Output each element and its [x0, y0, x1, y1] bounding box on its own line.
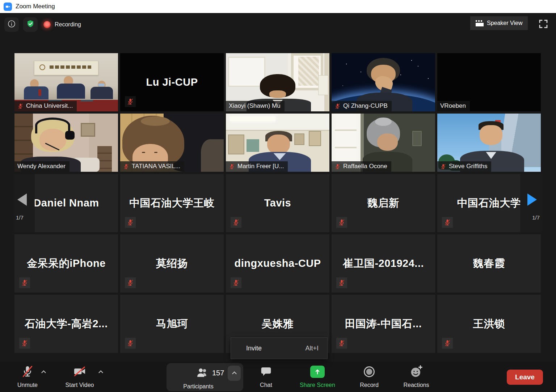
- recording-dot: [43, 21, 51, 28]
- next-page-icon[interactable]: [527, 193, 537, 206]
- video-tile-qi-zhang[interactable]: Qi Zhang-CUPB: [332, 53, 435, 111]
- fullscreen-icon: [538, 24, 549, 30]
- prev-page-icon[interactable]: [17, 193, 27, 206]
- video-tile-raffaella-ocone[interactable]: Raffaella Ocone: [332, 114, 435, 172]
- mic-muted-icon[interactable]: [21, 365, 34, 378]
- invite-shortcut: Alt+I: [305, 345, 319, 352]
- participant-name-label: Qi Zhang-CUPB: [332, 101, 392, 111]
- chat-button[interactable]: Chat: [252, 382, 281, 388]
- video-tile-wangqi[interactable]: 中国石油大学王岐: [120, 174, 224, 232]
- speaker-view-button[interactable]: Speaker View: [470, 16, 528, 30]
- video-tile-maxuke[interactable]: 马旭珂: [120, 295, 224, 353]
- muted-mic-icon: [440, 163, 446, 170]
- participant-name: Steve Griffiths: [449, 163, 487, 170]
- page-indicator-right: 1/7: [532, 214, 540, 221]
- participant-name-label: TATIANA VASIL...: [120, 161, 184, 172]
- participants-button[interactable]: 157 Participants: [167, 363, 243, 391]
- meeting-toolbar: Unmute Start Video 157 Participants Chat…: [0, 362, 556, 392]
- meeting-info-button[interactable]: [4, 17, 19, 32]
- muted-mic-icon: [231, 277, 241, 288]
- video-tile-martin-freer[interactable]: Martin Freer [U...: [226, 114, 329, 172]
- muted-mic-icon: [231, 217, 241, 228]
- participant-name: VRoeben: [440, 102, 466, 110]
- participants-label: Participants: [167, 383, 230, 390]
- zoom-logo-icon: [4, 3, 12, 11]
- muted-mic-icon: [123, 163, 129, 170]
- video-tile-vroeben[interactable]: VRoeben: [437, 53, 541, 111]
- participant-name: TATIANA VASIL...: [132, 163, 180, 170]
- page-indicator-left: 1/7: [16, 214, 24, 221]
- video-tile-moshaoyang[interactable]: 莫绍扬: [120, 234, 224, 293]
- participant-name-label: Raffaella Ocone: [332, 161, 391, 172]
- record-icon[interactable]: [363, 365, 376, 378]
- muted-mic-icon: [125, 277, 136, 288]
- muted-mic-icon: [19, 338, 30, 349]
- participant-name: Qi Zhang-CUPB: [343, 102, 388, 110]
- participant-name-label: China Universit...: [14, 101, 77, 111]
- participant-name-label: Martin Freer [U...: [226, 161, 288, 172]
- shield-check-icon: [26, 20, 35, 30]
- chat-icon[interactable]: [260, 366, 272, 378]
- muted-mic-icon: [125, 217, 136, 228]
- participant-name: Martin Freer [U...: [237, 163, 284, 170]
- participant-name: Raffaella Ocone: [343, 163, 387, 170]
- gallery-next-page[interactable]: 1/7: [520, 174, 542, 232]
- muted-mic-icon: [442, 217, 453, 228]
- gallery-grid: China Universit... Lu Ji-CUP Xiaoyi (Sha…: [14, 53, 541, 353]
- record-button[interactable]: Record: [355, 382, 384, 388]
- fullscreen-button[interactable]: [538, 18, 549, 29]
- share-screen-icon[interactable]: [310, 366, 325, 378]
- video-tile-weichunxia[interactable]: 魏春霞: [437, 234, 541, 293]
- security-button[interactable]: [23, 17, 38, 32]
- participant-name: 魏春霞: [437, 234, 541, 293]
- muted-mic-icon: [336, 277, 347, 288]
- share-screen-button[interactable]: Share Screen: [296, 382, 339, 388]
- video-tile-china-university[interactable]: China Universit...: [14, 53, 118, 111]
- video-options-caret[interactable]: [98, 370, 103, 375]
- participant-name: Wendy Alexander: [17, 163, 66, 170]
- participant-name: China Universit...: [26, 102, 73, 110]
- speaker-view-label: Speaker View: [487, 20, 522, 26]
- start-video-button[interactable]: Start Video: [58, 382, 101, 388]
- participant-name-label: Wendy Alexander: [14, 161, 70, 172]
- unmute-button[interactable]: Unmute: [10, 382, 45, 388]
- video-tile-dingxuesha[interactable]: dingxuesha-CUP: [226, 234, 329, 293]
- muted-mic-icon: [17, 103, 24, 109]
- participant-name-label: VRoeben: [437, 101, 470, 111]
- video-tile-tatiana[interactable]: TATIANA VASIL...: [120, 114, 224, 172]
- gallery-prev-page[interactable]: 1/7: [13, 174, 35, 232]
- video-tile-weiqixin[interactable]: 魏启新: [332, 174, 435, 232]
- muted-mic-icon: [336, 217, 347, 228]
- recording-indicator[interactable]: Recording: [43, 17, 81, 32]
- window-titlebar: Zoom Meeting: [0, 0, 556, 13]
- participants-count: 157: [212, 369, 224, 377]
- muted-mic-icon: [125, 96, 136, 107]
- muted-mic-icon: [229, 163, 235, 170]
- window-title: Zoom Meeting: [16, 3, 55, 10]
- muted-mic-icon: [125, 338, 136, 349]
- recording-label: Recording: [55, 21, 81, 28]
- video-tile-tavis[interactable]: Tavis: [226, 174, 329, 232]
- video-tile-tianguotao[interactable]: 田国涛-中国石...: [332, 295, 435, 353]
- video-tile-lu-ji[interactable]: Lu Ji-CUP: [120, 53, 224, 111]
- reactions-button[interactable]: Reactions: [400, 382, 433, 388]
- participants-options-caret[interactable]: [228, 366, 241, 381]
- video-tile-cuiweiguo[interactable]: 崔卫国-201924...: [332, 234, 435, 293]
- video-tile-jindaidai-iphone[interactable]: 金呆呆的iPhone: [14, 234, 118, 293]
- info-icon: [7, 20, 16, 30]
- muted-mic-icon: [334, 103, 341, 109]
- video-tile-wanghongsuo[interactable]: 王洪锁: [437, 295, 541, 353]
- camera-muted-icon[interactable]: [72, 365, 88, 378]
- reactions-icon[interactable]: [409, 364, 424, 379]
- video-tile-gaoyan[interactable]: 石油大学-高岩2...: [14, 295, 118, 353]
- video-tile-wendy-alexander-active-speaker[interactable]: Wendy Alexander: [14, 114, 118, 172]
- speaker-view-icon: [476, 20, 484, 26]
- leave-button[interactable]: Leave: [507, 370, 543, 385]
- invite-label: Invite: [246, 345, 262, 352]
- invite-menu-item[interactable]: Invite Alt+I: [231, 337, 328, 359]
- muted-mic-icon: [336, 338, 347, 349]
- audio-options-caret[interactable]: [41, 370, 46, 375]
- video-tile-steve-griffiths[interactable]: Steve Griffiths: [437, 114, 541, 172]
- video-tile-xiaoyi-mu[interactable]: Xiaoyi (Shawn) Mu: [226, 53, 329, 111]
- participant-name-label: Xiaoyi (Shawn) Mu: [226, 101, 285, 111]
